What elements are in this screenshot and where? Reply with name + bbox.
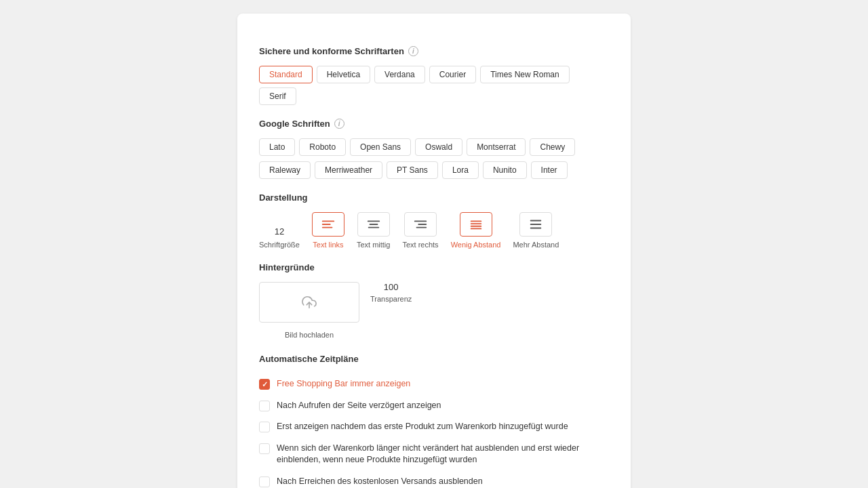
text-rechts-button[interactable] xyxy=(404,212,437,237)
text-links-item: Text links xyxy=(312,212,344,249)
zeitplaene-text-hide-free-shipping: Nach Erreichen des kostenlosen Versands … xyxy=(277,476,483,488)
zeitplaene-item-hide-unchanged[interactable]: Wenn sich der Warenkorb länger nicht ver… xyxy=(259,438,609,471)
checkbox-always-show-box[interactable] xyxy=(259,379,270,390)
hintergruende-title: Hintergründe xyxy=(259,262,609,272)
font-size-label: Schriftgröße xyxy=(259,241,300,249)
mehr-abstand-button[interactable] xyxy=(519,212,552,237)
zeitplaene-item-always-show[interactable]: Free Shopping Bar immer anzeigen xyxy=(259,373,609,395)
mehr-abstand-label: Mehr Abstand xyxy=(513,241,559,249)
font-btn-merriweather[interactable]: Merriweather xyxy=(315,161,382,179)
safe-fonts-row: Standard Helvetica Verdana Courier Times… xyxy=(259,66,609,105)
zeitplaene-text-delayed-show: Nach Aufrufen der Seite verzögert anzeig… xyxy=(277,400,441,412)
safe-fonts-section: Sichere und konforme Schriftarten i Stan… xyxy=(259,46,609,105)
font-btn-times-new-roman[interactable]: Times New Roman xyxy=(480,66,570,83)
checkbox-after-cart-box[interactable] xyxy=(259,422,270,432)
safe-fonts-info-icon[interactable]: i xyxy=(408,46,418,56)
upload-container: Bild hochladen xyxy=(259,282,359,339)
google-fonts-row1: Lato Roboto Open Sans Oswald Montserrat … xyxy=(259,138,609,156)
google-fonts-section: Google Schriften i Lato Roboto Open Sans… xyxy=(259,119,609,179)
text-rechts-label: Text rechts xyxy=(402,241,438,249)
transparenz-label: Transparenz xyxy=(370,295,412,303)
wenig-abstand-label: Wenig Abstand xyxy=(451,241,501,249)
hintergruende-row: Bild hochladen 100 Transparenz xyxy=(259,282,609,339)
wenig-abstand-button[interactable] xyxy=(460,212,492,237)
transparenz-value: 100 xyxy=(384,282,399,292)
font-size-item: 12 Schriftgröße xyxy=(259,226,300,249)
font-btn-standard[interactable]: Standard xyxy=(259,66,313,83)
text-links-label: Text links xyxy=(313,241,343,249)
zeitplaene-item-after-cart[interactable]: Erst anzeigen nachdem das erste Produkt … xyxy=(259,416,609,438)
text-rechts-item: Text rechts xyxy=(402,212,438,249)
safe-fonts-title: Sichere und konforme Schriftarten i xyxy=(259,46,609,56)
zeitplaene-item-delayed-show[interactable]: Nach Aufrufen der Seite verzögert anzeig… xyxy=(259,395,609,417)
font-btn-chewy[interactable]: Chewy xyxy=(530,138,575,156)
darstellung-section: Darstellung 12 Schriftgröße Text links xyxy=(259,192,609,249)
zeitplaene-item-hide-free-shipping[interactable]: Nach Erreichen des kostenlosen Versands … xyxy=(259,471,609,489)
google-fonts-title: Google Schriften i xyxy=(259,119,609,129)
checkbox-hide-unchanged[interactable] xyxy=(259,443,270,454)
upload-box[interactable] xyxy=(259,282,359,323)
mehr-abstand-item: Mehr Abstand xyxy=(513,212,559,249)
text-mittig-button[interactable] xyxy=(357,212,390,237)
transparenz-item: 100 Transparenz xyxy=(370,282,412,303)
wenig-abstand-item: Wenig Abstand xyxy=(451,212,501,249)
upload-label: Bild hochladen xyxy=(285,331,334,339)
font-btn-verdana[interactable]: Verdana xyxy=(374,66,425,83)
zeitplaene-text-hide-unchanged: Wenn sich der Warenkorb länger nicht ver… xyxy=(277,443,609,466)
font-btn-montserrat[interactable]: Montserrat xyxy=(467,138,526,156)
checkbox-after-cart[interactable] xyxy=(259,422,270,432)
zeitplaene-text-after-cart: Erst anzeigen nachdem das erste Produkt … xyxy=(277,421,568,433)
font-btn-roboto[interactable]: Roboto xyxy=(299,138,346,156)
font-btn-lato[interactable]: Lato xyxy=(259,138,295,156)
zeitplaene-title: Automatische Zeitpläne xyxy=(259,354,609,364)
font-btn-courier[interactable]: Courier xyxy=(429,66,476,83)
font-btn-pt-sans[interactable]: PT Sans xyxy=(387,161,438,179)
hintergruende-section: Hintergründe Bild hochladen 100 Transpar… xyxy=(259,262,609,339)
font-btn-serif[interactable]: Serif xyxy=(259,87,296,105)
font-btn-oswald[interactable]: Oswald xyxy=(415,138,462,156)
settings-card: Sichere und konforme Schriftarten i Stan… xyxy=(237,14,631,488)
font-btn-open-sans[interactable]: Open Sans xyxy=(350,138,411,156)
zeitplaene-list: Free Shopping Bar immer anzeigen Nach Au… xyxy=(259,373,609,488)
checkbox-hide-free-shipping-box[interactable] xyxy=(259,476,270,487)
checkbox-hide-unchanged-box[interactable] xyxy=(259,443,270,454)
google-fonts-info-icon[interactable]: i xyxy=(334,119,344,129)
text-links-button[interactable] xyxy=(312,212,344,237)
checkbox-delayed-show-box[interactable] xyxy=(259,401,270,411)
darstellung-title: Darstellung xyxy=(259,192,609,203)
zeitplaene-text-always-show: Free Shopping Bar immer anzeigen xyxy=(277,378,410,390)
font-btn-nunito[interactable]: Nunito xyxy=(483,161,527,179)
text-mittig-item: Text mittig xyxy=(357,212,391,249)
checkbox-delayed-show[interactable] xyxy=(259,401,270,411)
font-btn-inter[interactable]: Inter xyxy=(531,161,568,179)
darstellung-row: 12 Schriftgröße Text links xyxy=(259,212,609,249)
font-btn-raleway[interactable]: Raleway xyxy=(259,161,311,179)
zeitplaene-section: Automatische Zeitpläne Free Shopping Bar… xyxy=(259,354,609,488)
font-btn-lora[interactable]: Lora xyxy=(442,161,479,179)
checkbox-hide-free-shipping[interactable] xyxy=(259,476,270,487)
text-mittig-label: Text mittig xyxy=(357,241,391,249)
font-size-value: 12 xyxy=(275,226,284,237)
font-btn-helvetica[interactable]: Helvetica xyxy=(317,66,370,83)
google-fonts-row2: Raleway Merriweather PT Sans Lora Nunito… xyxy=(259,161,609,179)
checkbox-always-show[interactable] xyxy=(259,379,270,390)
